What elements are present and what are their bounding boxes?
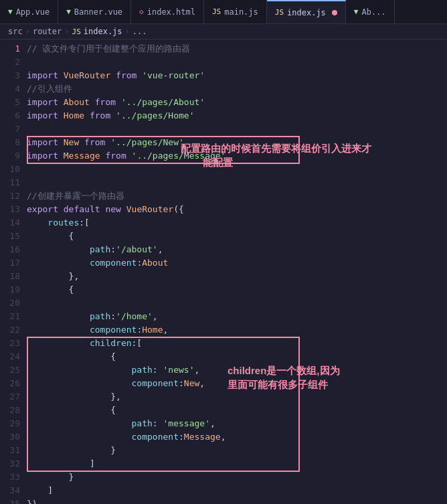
- html-icon: ◇: [139, 7, 144, 16]
- ln-34: 34: [0, 484, 20, 497]
- ln-17: 17: [0, 256, 20, 270]
- ln-21: 21: [0, 310, 20, 323]
- code-line-20: [27, 297, 442, 310]
- code-line-7: [27, 122, 442, 136]
- code-line-31: }: [27, 444, 442, 457]
- tab-index-js[interactable]: JS index.js: [267, 0, 346, 23]
- code-line-25: path: 'news',: [27, 363, 442, 377]
- ln-15: 15: [0, 230, 20, 243]
- code-line-6: import Home from '../pages/Home': [27, 109, 442, 122]
- tab-banner-vue[interactable]: ▼ Banner.vue: [58, 0, 131, 23]
- ln-5: 5: [0, 96, 20, 109]
- ln-2: 2: [0, 56, 20, 69]
- code-line-14: routes:[: [27, 216, 442, 230]
- ln-14: 14: [0, 216, 20, 230]
- ln-19: 19: [0, 283, 20, 297]
- ln-10: 10: [0, 163, 20, 176]
- code-line-16: path:'/about',: [27, 243, 442, 256]
- ln-27: 27: [0, 390, 20, 404]
- code-line-18: },: [27, 270, 442, 283]
- tab-label: App.vue: [16, 7, 50, 17]
- ln-33: 33: [0, 471, 20, 484]
- vue-icon: ▼: [8, 7, 13, 16]
- ln-8: 8: [0, 136, 20, 149]
- ln-23: 23: [0, 337, 20, 350]
- tab-label: main.js: [224, 7, 258, 17]
- code-area: 1 2 3 4 5 6 7 8 9 10 11 12 13 14 15 16 1…: [0, 39, 447, 504]
- ln-30: 30: [0, 430, 20, 444]
- code-line-28: {: [27, 404, 442, 417]
- tab-bar: ▼ App.vue ▼ Banner.vue ◇ index.html JS m…: [0, 0, 447, 24]
- code-line-34: ]: [27, 484, 442, 497]
- tab-main-js[interactable]: JS main.js: [204, 0, 267, 23]
- ln-31: 31: [0, 444, 20, 457]
- ln-1: 1: [0, 42, 20, 56]
- tab-ab[interactable]: ▼ Ab...: [346, 0, 395, 23]
- breadcrumb-sep2: ›: [64, 27, 69, 36]
- code-line-29: path: 'message',: [27, 417, 442, 430]
- breadcrumb-ellipsis: ...: [132, 27, 147, 36]
- ln-29: 29: [0, 417, 20, 430]
- breadcrumb-sep3: ›: [125, 27, 130, 36]
- ln-22: 22: [0, 323, 20, 337]
- ln-32: 32: [0, 457, 20, 471]
- ln-3: 3: [0, 69, 20, 82]
- ln-16: 16: [0, 243, 20, 256]
- code-line-32: ]: [27, 457, 442, 471]
- code-line-3: import VueRouter from 'vue-router': [27, 69, 442, 82]
- code-line-17: component:About: [27, 256, 442, 270]
- code-line-33: }: [27, 471, 442, 484]
- code-line-2: [27, 56, 442, 69]
- tab-label: index.html: [147, 7, 195, 17]
- ln-4: 4: [0, 82, 20, 96]
- code-line-10: [27, 163, 442, 176]
- js-icon: JS: [72, 27, 81, 36]
- line-numbers: 1 2 3 4 5 6 7 8 9 10 11 12 13 14 15 16 1…: [0, 42, 27, 504]
- code-line-22: component:Home,: [27, 323, 442, 337]
- breadcrumb-src: src: [8, 27, 23, 36]
- vue-icon: ▼: [354, 7, 359, 16]
- tab-label: Banner.vue: [74, 7, 122, 17]
- code-line-8: import New from '../pages/New': [27, 136, 442, 149]
- ln-18: 18: [0, 270, 20, 283]
- breadcrumb: src › router › JS index.js › ...: [0, 24, 447, 39]
- unsaved-dot: [332, 10, 337, 15]
- code-line-15: {: [27, 230, 442, 243]
- js-icon: JS: [212, 7, 221, 16]
- code-line-23: children:[: [27, 337, 442, 350]
- ln-11: 11: [0, 176, 20, 189]
- code-line-30: component:Message,: [27, 430, 442, 444]
- tab-index-html[interactable]: ◇ index.html: [131, 0, 204, 23]
- ln-28: 28: [0, 404, 20, 417]
- code-wrapper: 1 2 3 4 5 6 7 8 9 10 11 12 13 14 15 16 1…: [0, 39, 447, 504]
- code-line-27: },: [27, 390, 442, 404]
- code-line-21: path:'/home',: [27, 310, 442, 323]
- js-icon: JS: [275, 8, 284, 17]
- ln-13: 13: [0, 203, 20, 216]
- code-line-5: import About from '../pages/About': [27, 96, 442, 109]
- code-line-26: component:New,: [27, 377, 442, 390]
- code-line-13: export default new VueRouter({: [27, 203, 442, 216]
- ln-35: 35: [0, 497, 20, 504]
- breadcrumb-router: router: [33, 27, 62, 36]
- ln-25: 25: [0, 363, 20, 377]
- code-line-9: import Message from '../pages/Message': [27, 149, 442, 163]
- ln-7: 7: [0, 122, 20, 136]
- code-content: // 该文件专门用于创建整个应用的路由器 import VueRouter fr…: [27, 42, 447, 504]
- code-line-12: //创建并暴露一个路由器: [27, 189, 442, 203]
- tab-label: Ab...: [361, 7, 385, 17]
- code-line-19: {: [27, 283, 442, 297]
- ln-26: 26: [0, 377, 20, 390]
- tab-app-vue[interactable]: ▼ App.vue: [0, 0, 58, 23]
- breadcrumb-file: index.js: [84, 27, 122, 36]
- code-line-4: //引入组件: [27, 82, 442, 96]
- code-line-24: {: [27, 350, 442, 363]
- ln-9: 9: [0, 149, 20, 163]
- ln-24: 24: [0, 350, 20, 363]
- app-container: ▼ App.vue ▼ Banner.vue ◇ index.html JS m…: [0, 0, 447, 504]
- code-line-11: [27, 176, 442, 189]
- vue-icon: ▼: [66, 7, 71, 16]
- ln-12: 12: [0, 189, 20, 203]
- breadcrumb-sep: ›: [25, 27, 30, 36]
- code-line-1: // 该文件专门用于创建整个应用的路由器: [27, 42, 442, 56]
